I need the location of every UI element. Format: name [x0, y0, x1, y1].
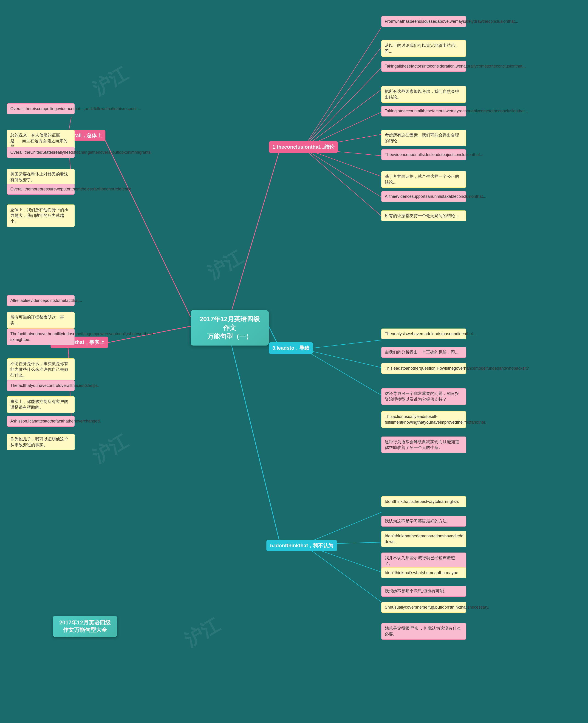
branch-3-label: 3.leadsto，导致: [272, 345, 309, 351]
leaf-4-2-en: Thefactthatyouhavetheabilitytodosomethin…: [7, 329, 75, 345]
leaf-5-1-cn: 我认为这不是学习英语最好的方法。: [381, 516, 466, 526]
branch-5-label: 5.Idontthinkthat，我不认为: [270, 543, 333, 549]
leaf-2-3-cn: 总体上，我们放在他们身上的压力越大，我们防守的压力就越小。: [7, 205, 75, 227]
svg-line-25: [303, 512, 381, 544]
leaf-1-6: 考虑所有这些因素，我们可能会得出合理的结论...: [381, 130, 466, 146]
svg-line-5: [303, 27, 381, 148]
svg-line-8: [303, 89, 381, 148]
leaf-1-4: 把所有这些因素加以考虑，我们自然会得出结论...: [381, 86, 466, 103]
watermark-1: 沪江: [88, 61, 132, 101]
leaf-2-3-en: Overall,themorepressureweputonthemtheles…: [7, 184, 75, 194]
leaf-5-2-en-text: Idon'tthinkthatthedemonstrationshavedied…: [385, 534, 463, 544]
leaf-2-3-en-text: Overall,themorepressureweputonthemtheles…: [10, 187, 132, 191]
svg-line-28: [303, 544, 381, 602]
leaf-3-3-cn-text: 这种行为通常会导致自我实现而且能知道你帮助改善了另一个人的生命。: [385, 439, 459, 450]
leaf-1-8: 基于各方面证据，就产生这样一个公正的结论...: [381, 171, 466, 188]
leaf-5-2-cn-text: 我并不认为那些示威行动已经销声匿迹了。: [385, 556, 455, 566]
leaf-5-4-cn: 她总是穿得很'严实'，但我认为这没有什么必要。: [381, 623, 466, 640]
leaf-3-3-en: Thisactionusuallyleadstoself-fulfillment…: [381, 411, 466, 428]
bottom-label-text: 2017年12月英语四级作文万能句型大全: [58, 619, 112, 634]
leaf-3-1-cn-text: 由我们的分析得出一个正确的见解，即...: [385, 350, 459, 354]
leaf-5-2-cn: 我并不认为那些示威行动已经销声匿迹了。: [381, 553, 466, 569]
leaf-1-7: Theevidenceuponallsidesleadstoajustconcl…: [381, 149, 466, 160]
leaf-3-2-en: Thisleadstoanotherquestion:Howisthegover…: [381, 363, 466, 374]
leaf-1-3: Takingallthesefactorsintoconsideration,w…: [381, 61, 466, 72]
leaf-1-2: 从以上的讨论我们可以肯定地得出结论，即...: [381, 40, 466, 57]
leaf-4-3-cn-text: 事实上，你能够控制所有客户的话是很有帮助的。: [10, 399, 68, 410]
leaf-4-3-en-text: Thefactthatyouhavecontroloverallthecient…: [10, 383, 99, 388]
leaf-1-10: 所有的证据都支持一个毫无疑问的结论...: [381, 210, 466, 221]
leaf-3-1-en: Theanalysiswehavemadeleadstoasoundideath…: [381, 329, 466, 339]
watermark-4: 沪江: [180, 613, 225, 653]
leaf-5-2-en: Idon'tthinkthatthedemonstrationshavedied…: [381, 531, 466, 547]
leaf-1-1: Fromwhathasbeendiscussedabove,wemaysafel…: [381, 16, 466, 27]
leaf-3-1-cn: 由我们的分析得出一个正确的见解，即...: [381, 347, 466, 358]
svg-line-14: [303, 148, 381, 216]
leaf-2-2-cn: 美国需要在整体上对移民的看法有所改变了。: [7, 169, 75, 185]
svg-line-20: [303, 349, 381, 395]
leaf-1-5: Takingintoaccountallthesefactors,wemayre…: [381, 106, 466, 117]
svg-line-13: [303, 148, 381, 197]
leaf-1-10-text: 所有的证据都支持一个毫无疑问的结论...: [385, 213, 459, 218]
leaf-1-7-text: Theevidenceuponallsidesleadstoajustconcl…: [385, 152, 483, 157]
leaf-3-3-cn: 这种行为通常会导致自我实现而且能知道你帮助改善了另一个人的生命。: [381, 436, 466, 453]
leaf-5-1-en-text: Idontthinkthatitsthebestwaytolearnnglish…: [385, 499, 459, 504]
svg-line-19: [303, 349, 381, 368]
leaf-4-4-cn-text: 作为他儿子，我可以证明他这个从未改变过的事实。: [10, 437, 68, 447]
leaf-5-4-en: Sheusuallycoversherselfup,butIdon'tthink…: [381, 602, 466, 613]
branch-1-label: 1.theconclusionthat...结论: [272, 144, 334, 150]
leaf-4-1-en-text: Allreliableevidencepointstothefactthat..…: [10, 298, 82, 303]
leaf-5-3-en-text: Idon'tthinkthat'swhatshemeantbutmaybe.: [385, 571, 459, 575]
leaf-4-1-cn: 所有可靠的证据都表明这一事实...: [7, 312, 75, 329]
leaf-2-1-en: Overall,thereiscompellingevidencethat...…: [7, 103, 75, 114]
leaf-2-2-en-text: Overall,theUnitedStatesreallyneedstochan…: [10, 150, 152, 154]
svg-line-6: [303, 47, 381, 148]
leaf-4-4-en-text: Ashisson,Icanattesttothefactthatheneverc…: [10, 419, 101, 424]
leaf-3-2-en-text: Thisleadstoanotherquestion:Howisthegover…: [385, 366, 529, 371]
branch-1-node: 1.theconclusionthat...结论: [269, 141, 338, 153]
svg-line-4: [230, 338, 280, 544]
branch-3-node: 3.leadsto，导致: [269, 342, 313, 354]
leaf-5-3-cn-text: 我想她不是那个意思,但也有可能。: [385, 589, 448, 594]
leaf-1-3-text: Takingallthesefactorsintoconsideration,w…: [385, 64, 526, 68]
leaf-1-8-text: 基于各方面证据，就产生这样一个公正的结论...: [385, 174, 459, 185]
leaf-5-3-en: Idon'tthinkthat'swhatshemeantbutmaybe.: [381, 567, 466, 578]
leaf-4-3-cn: 事实上，你能够控制所有客户的话是很有帮助的。: [7, 396, 75, 413]
leaf-2-1-cn-text: 总的说来，令人信服的证据是...，而且在这方面随之而来的是...: [10, 133, 67, 149]
leaf-2-1-en-text: Overall,thereiscompellingevidencethat...…: [10, 106, 141, 111]
mind-map: 2017年12月英语四级作文 万能句型（一） 2017年12月英语四级作文万能句…: [0, 0, 588, 723]
svg-line-0: [230, 148, 280, 317]
leaf-1-2-text: 从以上的讨论我们可以肯定地得出结论，即...: [385, 43, 459, 54]
leaf-2-2-en: Overall,theUnitedStatesreallyneedstochan…: [7, 147, 75, 158]
leaf-1-9-text: Alltheevidencesupportsanunmistakableconc…: [385, 194, 486, 199]
leaf-5-4-en-text: Sheusuallycoversherselfup,butIdon'tthink…: [385, 605, 489, 610]
svg-line-7: [303, 68, 381, 148]
svg-line-1: [103, 137, 191, 317]
leaf-1-1-text: Fromwhathasbeendiscussedabove,wemaysafel…: [385, 19, 518, 24]
leaf-4-3-en: Thefactthatyouhavecontroloverallthecient…: [7, 380, 75, 391]
leaf-4-4-en: Ashisson,Icanattesttothefactthatheneverc…: [7, 416, 75, 427]
bottom-label: 2017年12月英语四级作文万能句型大全: [53, 616, 117, 637]
leaf-5-3-cn: 我想她不是那个意思,但也有可能。: [381, 586, 466, 597]
leaf-5-1-en: Idontthinkthatitsthebestwaytolearnnglish…: [381, 496, 466, 507]
leaf-2-3-cn-text: 总体上，我们放在他们身上的压力越大，我们防守的压力就越小。: [10, 207, 68, 224]
leaf-3-2-cn-text: 这还导致另一个非常重要的问题：如何投资治理模型以及谁为它提供支持？: [385, 391, 459, 401]
watermark-2: 沪江: [203, 245, 247, 285]
center-node: 2017年12月英语四级作文 万能句型（一）: [191, 310, 269, 346]
branch-5-node: 5.Idontthinkthat，我不认为: [267, 540, 337, 551]
leaf-1-9: Alltheevidencesupportsanunmistakableconc…: [381, 191, 466, 202]
leaf-5-4-cn-text: 她总是穿得很'严实'，但我认为这没有什么必要。: [385, 626, 461, 636]
leaf-1-5-text: Takingintoaccountallthesefactors,wemayre…: [385, 109, 528, 113]
watermark-3: 沪江: [88, 429, 132, 469]
leaf-3-2-cn: 这还导致另一个非常重要的问题：如何投资治理模型以及谁为它提供支持？: [381, 388, 466, 405]
leaf-2-2-cn-text: 美国需要在整体上对移民的看法有所改变了。: [10, 172, 68, 182]
leaf-1-6-text: 考虑所有这些因素，我们可能会得出合理的结论...: [385, 133, 459, 143]
leaf-4-1-en: Allreliableevidencepointstothefactthat..…: [7, 295, 75, 306]
svg-line-18: [303, 340, 381, 349]
leaf-5-1-cn-text: 我认为这不是学习英语最好的方法。: [385, 519, 451, 523]
leaf-4-2-cn: 不论任务是什么，事实就是你有能力做些什么来准许你自己去做些什么。: [7, 358, 75, 381]
leaf-3-3-en-text: Thisactionusuallyleadstoself-fulfillment…: [385, 414, 486, 425]
leaf-4-4-cn: 作为他儿子，我可以证明他这个从未改变过的事实。: [7, 434, 75, 450]
leaf-1-4-text: 把所有这些因素加以考虑，我们自然会得出结论...: [385, 89, 459, 100]
center-subtitle: 万能句型（一）: [197, 332, 262, 341]
